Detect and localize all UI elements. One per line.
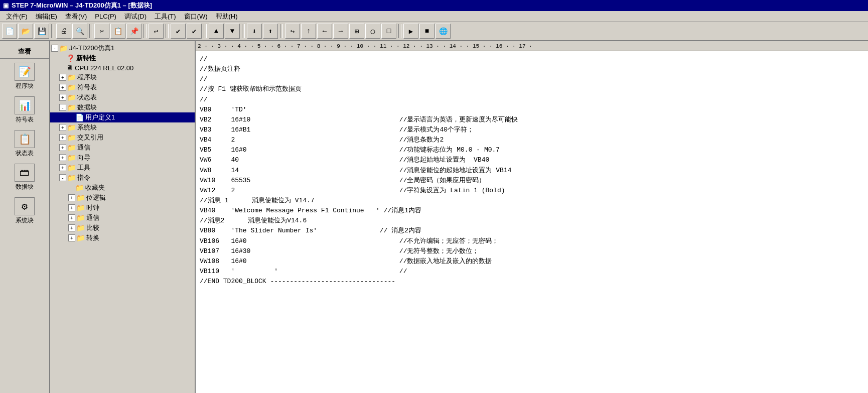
expander-system-block[interactable]: + [59, 124, 66, 131]
code-panel[interactable]: 2 · · 3 · · 4 · · 5 · · 6 · · 7 · · 8 · … [196, 41, 868, 393]
label-cross-ref: 交叉引用 [77, 133, 103, 142]
label-convert: 转换 [86, 233, 99, 242]
toolbar-btn-chk2[interactable]: ✔ [187, 24, 202, 39]
toolbar-btn-run[interactable]: ▶ [403, 24, 418, 39]
tree-panel[interactable]: - 📁 J4-TD200仿真1 ❓ 新特性 🖥 CPU 224 REL 02.0… [50, 41, 196, 393]
icon-tools: 📁 [67, 164, 76, 172]
label-comms2: 通信 [86, 213, 99, 222]
tree-item-clock[interactable]: + 📁 时钟 [50, 203, 195, 213]
label-cpu: CPU 224 REL 02.00 [75, 64, 133, 72]
sidebar-item-program-block[interactable]: 📝程序块 [5, 61, 45, 92]
label-symbol-table: 符号表 [77, 83, 97, 92]
system-block-label: 系统块 [16, 216, 34, 225]
sidebar-item-status-table[interactable]: 📋状态表 [5, 128, 45, 160]
toolbar-btn-print[interactable]: 🖨 [56, 24, 71, 39]
toolbar-btn-paste[interactable]: 📌 [126, 24, 141, 39]
toolbar-btn-nav1[interactable]: ↪ [285, 24, 300, 39]
sidebar-item-system-block[interactable]: ⚙系统块 [5, 195, 45, 227]
expander-program-block[interactable]: + [59, 74, 66, 81]
tree-item-program-block[interactable]: + 📁 程序块 [50, 72, 195, 82]
label-user-def1: 用户定义1 [85, 113, 115, 122]
toolbar-btn-nav2[interactable]: ↑ [301, 24, 316, 39]
toolbar-btn-undo[interactable]: ↩ [149, 24, 164, 39]
toolbar-btn-nav7[interactable]: □ [381, 24, 396, 39]
tree-root[interactable]: - 📁 J4-TD200仿真1 [50, 43, 195, 53]
expander-wizard[interactable]: + [59, 154, 66, 161]
label-wizard: 向导 [77, 153, 90, 162]
toolbar-btn-nav4[interactable]: → [333, 24, 348, 39]
toolbar-btn-dl[interactable]: ⬇ [247, 24, 262, 39]
label-favorites: 收藏夹 [85, 183, 105, 192]
icon-instructions: 📁 [67, 174, 76, 182]
toolbar-btn-save[interactable]: 💾 [34, 24, 49, 39]
menu-item-file[interactable]: 文件(F) [2, 11, 32, 22]
expander-status-table[interactable]: + [59, 94, 66, 101]
title-text: STEP 7-Micro/WIN – J4-TD200仿真1 – [数据块] [12, 1, 152, 10]
label-instructions: 指令 [77, 173, 90, 182]
expander-tools[interactable]: + [59, 164, 66, 171]
tree-item-new-feature[interactable]: ❓ 新特性 [50, 53, 195, 63]
sidebar-item-symbol-table[interactable]: 📊符号表 [5, 94, 45, 126]
menu-item-help[interactable]: 帮助(H) [212, 11, 242, 22]
toolbar-btn-net[interactable]: 🌐 [436, 24, 451, 39]
program-block-icon: 📝 [15, 63, 35, 81]
expander-cross-ref[interactable]: + [59, 134, 66, 141]
toolbar-btn-nav5[interactable]: ⊞ [349, 24, 364, 39]
icon-system-block: 📁 [67, 123, 76, 132]
tree-item-convert[interactable]: + 📁 转换 [50, 233, 195, 243]
code-content[interactable]: // //数据页注释 // //按 F1 键获取帮助和示范数据页 // VB0 … [196, 51, 868, 290]
tree-item-status-table[interactable]: + 📁 状态表 [50, 92, 195, 102]
expander-symbol-table[interactable]: + [59, 84, 66, 91]
toolbar-btn-down[interactable]: ▼ [225, 24, 240, 39]
menu-item-edit[interactable]: 编辑(E) [32, 11, 61, 22]
menu-item-window[interactable]: 窗口(W) [180, 11, 212, 22]
tree-item-cpu[interactable]: 🖥 CPU 224 REL 02.00 [50, 63, 195, 72]
expander-comms2[interactable]: + [68, 214, 75, 221]
toolbar-btn-new[interactable]: 📄 [2, 24, 17, 39]
toolbar-btn-stop[interactable]: ■ [419, 24, 435, 39]
tree-item-cross-ref[interactable]: + 📁 交叉引用 [50, 133, 195, 143]
expander-clock[interactable]: + [68, 204, 75, 211]
expander-data-block[interactable]: - [59, 104, 66, 111]
toolbar-btn-nav3[interactable]: ← [317, 24, 332, 39]
tree-item-user-def1[interactable]: 📄 用户定义1 [50, 112, 195, 122]
toolbar-btn-chk1[interactable]: ✔ [171, 24, 186, 39]
icon-user-def1: 📄 [75, 113, 84, 121]
tree-item-comms[interactable]: + 📁 通信 [50, 143, 195, 153]
title-icon: ▣ [3, 2, 9, 9]
menu-item-view[interactable]: 查看(V) [61, 11, 91, 22]
menu-item-tools[interactable]: 工具(T) [151, 11, 180, 22]
toolbar-btn-open[interactable]: 📂 [18, 24, 33, 39]
menu-item-plc[interactable]: PLC(P) [91, 12, 120, 21]
toolbar-btn-search[interactable]: 🔍 [72, 24, 87, 39]
toolbar-btn-cut[interactable]: ✂ [94, 24, 109, 39]
toolbar-btn-up[interactable]: ▲ [209, 24, 224, 39]
toolbar-separator-4 [166, 24, 169, 38]
tree-item-system-block[interactable]: + 📁 系统块 [50, 122, 195, 133]
expander-convert[interactable]: + [68, 234, 75, 241]
toolbar-btn-dl2[interactable]: ⬆ [263, 24, 278, 39]
expander-comms[interactable]: + [59, 144, 66, 151]
expander-compare[interactable]: + [68, 224, 75, 231]
program-block-label: 程序块 [16, 82, 34, 90]
sidebar-item-data-block[interactable]: 🗃数据块 [5, 162, 45, 193]
tree-item-data-block[interactable]: - 📁 数据块 [50, 102, 195, 112]
tree-item-instructions[interactable]: - 📁 指令 [50, 173, 195, 183]
tree-item-bit-logic[interactable]: + 📁 位逻辑 [50, 193, 195, 203]
tree-item-favorites[interactable]: 📁 收藏夹 [50, 183, 195, 193]
toolbar-btn-copy[interactable]: 📋 [110, 24, 125, 39]
tree-item-comms2[interactable]: + 📁 通信 [50, 213, 195, 223]
expander-bit-logic[interactable]: + [68, 194, 75, 201]
tree-root-icon: 📁 [59, 44, 68, 52]
toolbar-separator-7 [280, 24, 283, 38]
menu-item-debug[interactable]: 调试(D) [120, 11, 151, 22]
toolbar-btn-nav6[interactable]: ◯ [365, 24, 380, 39]
icon-symbol-table: 📁 [67, 83, 76, 91]
tree-item-tools[interactable]: + 📁 工具 [50, 163, 195, 173]
icon-wizard: 📁 [67, 154, 76, 162]
tree-item-wizard[interactable]: + 📁 向导 [50, 153, 195, 163]
expander-instructions[interactable]: - [59, 174, 66, 181]
tree-item-compare[interactable]: + 📁 比较 [50, 223, 195, 233]
tree-item-symbol-table[interactable]: + 📁 符号表 [50, 82, 195, 92]
tree-root-expander[interactable]: - [51, 45, 58, 52]
